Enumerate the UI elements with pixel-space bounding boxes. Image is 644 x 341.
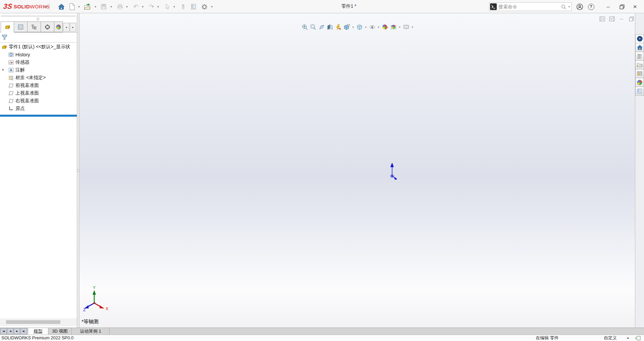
undo-button[interactable]: ↶ <box>131 2 140 11</box>
redo-dropdown[interactable]: ▾ <box>156 4 160 9</box>
save-button[interactable] <box>99 2 108 11</box>
properties-button[interactable] <box>189 2 198 11</box>
titlebar: 3S SOLIDWORKS ▸ ▾ ▾ ▾ ▾ ↶ ▾ ↷ ▾ ▾ <box>0 0 644 13</box>
apply-scene-dropdown[interactable]: ▾ <box>398 23 401 32</box>
previous-view-button[interactable] <box>318 23 325 32</box>
tab-model[interactable]: 模型 <box>28 328 48 335</box>
customize-caret-icon[interactable]: ▲ <box>627 335 629 341</box>
panel-collapse-handle[interactable] <box>37 18 39 20</box>
tree-item-front-plane[interactable]: 前视基准面 <box>0 81 77 89</box>
collapse-left-pane-button[interactable] <box>599 16 605 22</box>
search-icon[interactable] <box>560 4 567 10</box>
taskpane-3dexperience-button[interactable] <box>635 34 644 43</box>
redo-button[interactable]: ↷ <box>147 2 156 11</box>
appearance-sphere-pencil-icon <box>382 24 388 31</box>
panel-horizontal-scrollbar[interactable] <box>0 318 77 326</box>
next-tab-button[interactable]: ▶ <box>14 328 20 334</box>
taskpane-appearances-button[interactable] <box>635 78 644 87</box>
plane-icon <box>8 91 14 96</box>
view-settings-dropdown[interactable]: ▾ <box>411 23 414 32</box>
previous-tab-button[interactable]: ◀ <box>7 328 13 334</box>
search-input[interactable] <box>497 4 560 9</box>
tab-dimxpertmanager[interactable] <box>41 21 54 32</box>
part-icon <box>5 24 10 30</box>
tree-item-top-plane[interactable]: 上视基准面 <box>0 89 77 97</box>
taskpane-custom-properties-button[interactable] <box>635 87 644 96</box>
manager-tabs-scroll-right[interactable]: ▸ <box>70 23 76 32</box>
tab-configurationmanager[interactable] <box>28 21 41 32</box>
view-settings-button[interactable] <box>402 23 410 32</box>
tag-button[interactable] <box>635 336 641 341</box>
tree-item-origin[interactable]: 原点 <box>0 105 77 112</box>
search-scope-dropdown[interactable]: ▾ <box>567 5 571 8</box>
display-style-cube-icon <box>356 24 363 31</box>
tree-filter-bar[interactable] <box>0 33 77 43</box>
undo-dropdown[interactable]: ▾ <box>141 4 145 9</box>
customize-menu[interactable]: 自定义 <box>604 335 617 341</box>
taskpane-view-palette-button[interactable] <box>635 69 644 78</box>
tab-displaymanager[interactable] <box>54 21 63 32</box>
expand-right-pane-button[interactable] <box>608 16 615 22</box>
document-minimize-button[interactable]: ─ <box>618 16 625 22</box>
tree-item-sensors[interactable]: 传感器 <box>0 58 77 66</box>
save-dropdown[interactable]: ▾ <box>109 4 113 9</box>
manager-tabs-scroll-left[interactable]: ◂ <box>63 23 69 32</box>
zoom-to-area-button[interactable] <box>309 23 317 32</box>
display-style-button[interactable] <box>356 23 363 32</box>
hide-show-items-button[interactable] <box>368 23 376 32</box>
tree-item-history[interactable]: History <box>0 51 77 58</box>
tree-item-right-plane[interactable]: 右视基准面 <box>0 97 77 105</box>
options-dropdown[interactable]: ▾ <box>210 4 214 9</box>
open-button[interactable] <box>83 2 92 11</box>
close-button[interactable]: × <box>630 2 640 11</box>
home-button[interactable] <box>57 2 66 11</box>
expand-arrow-icon[interactable]: ▶ <box>2 68 4 71</box>
open-dropdown[interactable]: ▾ <box>94 4 97 9</box>
tree-root-part[interactable]: 零件1 (默认) <<默认>_显示状 <box>0 43 77 51</box>
panel-collapse-bar[interactable] <box>1 15 76 17</box>
viewport-canvas[interactable]: ▾ ▾ ▾ ▾ ▾ <box>79 13 635 328</box>
apply-scene-button[interactable] <box>389 23 397 32</box>
new-document-button[interactable] <box>68 2 76 11</box>
new-document-dropdown[interactable]: ▾ <box>77 4 81 9</box>
tab-motion-study[interactable]: 运动算例 1 <box>72 328 110 335</box>
hide-show-items-dropdown[interactable]: ▾ <box>377 23 380 32</box>
view-orientation-dropdown[interactable]: ▾ <box>351 23 355 32</box>
section-view-button[interactable] <box>326 23 334 32</box>
tree-item-material[interactable]: 材质 <未指定> <box>0 74 77 81</box>
taskpane-design-library-button[interactable] <box>635 52 644 61</box>
touch-mode-button[interactable] <box>179 2 187 11</box>
options-button[interactable] <box>200 2 209 11</box>
status-bar: SOLIDWORKS Premium 2022 SP0.0 在编辑 零件 自定义… <box>0 335 644 341</box>
select-dropdown[interactable]: ▾ <box>172 4 176 9</box>
scrollbar-thumb[interactable] <box>6 320 60 324</box>
help-button[interactable]: ? <box>586 2 596 11</box>
minimize-button[interactable]: ─ <box>603 2 613 11</box>
taskpane-file-explorer-button[interactable] <box>635 60 644 69</box>
manager-tab-bar: ◂ ▸ <box>0 21 77 33</box>
tab-featuremanager[interactable] <box>1 21 14 33</box>
taskpane-resources-button[interactable] <box>635 43 644 52</box>
document-restore-button[interactable] <box>628 16 635 22</box>
panel-splitter[interactable] <box>77 13 79 328</box>
logo-flyout-arrow-icon[interactable]: ▸ <box>44 0 49 13</box>
tab-propertymanager[interactable] <box>14 21 28 32</box>
tab-3d-views[interactable]: 3D 视图 <box>48 328 72 335</box>
account-button[interactable] <box>575 2 584 11</box>
display-style-dropdown[interactable]: ▾ <box>364 23 368 32</box>
restore-button[interactable] <box>617 2 627 11</box>
print-dropdown[interactable]: ▾ <box>125 4 129 9</box>
select-button[interactable] <box>163 2 172 11</box>
splitter-handle[interactable] <box>77 169 79 172</box>
zoom-to-fit-button[interactable] <box>301 23 309 32</box>
tree-item-annotations[interactable]: ▶ 注解 <box>0 66 77 74</box>
print-button[interactable] <box>116 2 124 11</box>
first-tab-button[interactable]: |◀ <box>0 328 7 334</box>
gear-icon <box>201 3 208 10</box>
last-tab-button[interactable]: ▶| <box>20 328 27 334</box>
rollback-bar[interactable] <box>0 115 77 117</box>
folder-icon <box>637 62 643 68</box>
edit-appearance-button[interactable] <box>381 23 389 32</box>
annotation-views-button[interactable] <box>334 23 342 32</box>
view-orientation-button[interactable] <box>343 23 351 32</box>
